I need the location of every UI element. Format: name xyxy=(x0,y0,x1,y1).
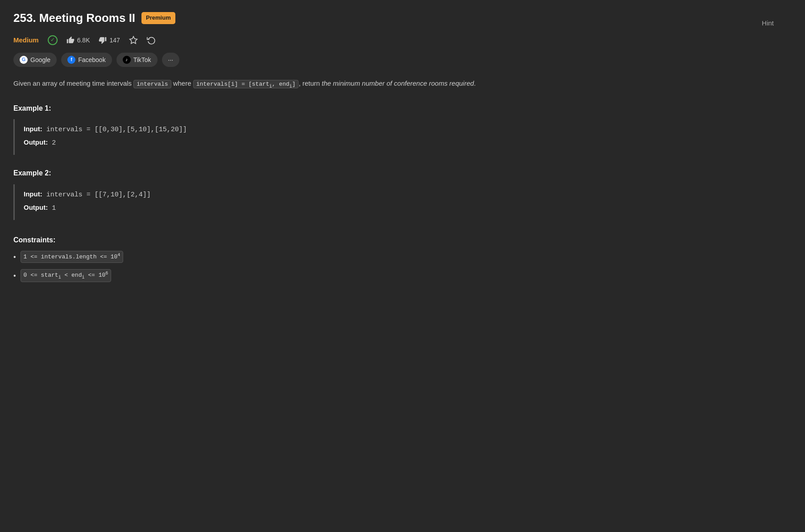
meta-row: Medium ✓ 6.8K 147 xyxy=(13,35,792,46)
premium-badge: Premium xyxy=(141,12,175,24)
output-label-2: Output: xyxy=(24,204,48,211)
output-value-1: 2 xyxy=(52,139,56,147)
desc-code-formula: intervals[i] = [starti, endi] xyxy=(193,80,299,88)
desc-middle: where xyxy=(171,79,193,87)
google-icon: G xyxy=(20,56,28,64)
example-1-input: Input: intervals = [[0,30],[5,10],[15,20… xyxy=(24,124,783,135)
star-icon xyxy=(129,36,138,45)
example-2-section: Example 2: Input: intervals = [[7,10],[2… xyxy=(13,167,792,220)
problem-name: Meeting Rooms II xyxy=(39,11,135,25)
like-button[interactable]: 6.8K xyxy=(66,36,90,44)
constraints-section: Constraints: • 1 <= intervals.length <= … xyxy=(13,234,792,283)
example-1-title: Example 1: xyxy=(13,103,792,114)
companies-row: G Google f Facebook ♪ TikTok ··· xyxy=(13,53,792,67)
problem-description: Given an array of meeting time intervals… xyxy=(13,78,593,90)
more-label: ··· xyxy=(168,55,174,65)
share-icon xyxy=(147,36,156,45)
input-label-1: Input: xyxy=(24,125,42,133)
company-more[interactable]: ··· xyxy=(162,53,180,67)
desc-code-intervals: intervals xyxy=(133,80,171,88)
example-1-section: Example 1: Input: intervals = [[0,30],[5… xyxy=(13,103,792,155)
input-value-2: intervals = [[7,10],[2,4]] xyxy=(46,191,151,199)
svg-marker-0 xyxy=(130,36,137,43)
dislike-button[interactable]: 147 xyxy=(99,36,120,44)
constraints-title: Constraints: xyxy=(13,234,792,246)
constraint-1: • 1 <= intervals.length <= 104 xyxy=(13,251,792,263)
example-1-output: Output: 2 xyxy=(24,137,783,149)
google-label: Google xyxy=(30,55,50,65)
example-1-block: Input: intervals = [[0,30],[5,10],[15,20… xyxy=(13,119,792,155)
tiktok-icon: ♪ xyxy=(123,56,131,64)
constraint-2: • 0 <= starti < endi <= 106 xyxy=(13,269,792,282)
difficulty-label: Medium xyxy=(13,35,39,46)
input-label-2: Input: xyxy=(24,190,42,198)
desc-suffix: , return the minimum number of conferenc… xyxy=(299,79,476,87)
like-count: 6.8K xyxy=(77,37,90,44)
example-2-output: Output: 1 xyxy=(24,202,783,214)
company-tiktok[interactable]: ♪ TikTok xyxy=(116,53,158,67)
example-2-block: Input: intervals = [[7,10],[2,4]] Output… xyxy=(13,184,792,220)
dislike-count: 147 xyxy=(109,37,120,44)
title-row: 253. Meeting Rooms II Premium xyxy=(13,9,792,28)
example-2-input: Input: intervals = [[7,10],[2,4]] xyxy=(24,189,783,200)
facebook-icon: f xyxy=(67,56,75,64)
output-label-1: Output: xyxy=(24,138,48,146)
constraint-2-code: 0 <= starti < endi <= 106 xyxy=(21,269,112,282)
share-button[interactable] xyxy=(147,36,156,45)
output-value-2: 1 xyxy=(52,204,56,212)
thumbs-up-icon xyxy=(66,36,75,44)
tiktok-label: TikTok xyxy=(133,55,151,65)
problem-title: 253. Meeting Rooms II xyxy=(13,9,135,28)
example-2-title: Example 2: xyxy=(13,167,792,179)
company-google[interactable]: G Google xyxy=(13,53,57,67)
thumbs-down-icon xyxy=(99,36,107,44)
desc-prefix: Given an array of meeting time intervals xyxy=(13,79,133,87)
problem-number: 253. xyxy=(13,11,36,25)
input-value-1: intervals = [[0,30],[5,10],[15,20]] xyxy=(46,126,187,133)
hint-link[interactable]: Hint xyxy=(762,18,774,29)
company-facebook[interactable]: f Facebook xyxy=(61,53,112,67)
constraint-1-code: 1 <= intervals.length <= 104 xyxy=(21,251,124,263)
star-button[interactable] xyxy=(129,36,138,45)
bullet-2: • xyxy=(13,270,16,282)
bullet-1: • xyxy=(13,251,16,263)
solved-check-icon: ✓ xyxy=(48,35,58,45)
facebook-label: Facebook xyxy=(78,55,105,65)
